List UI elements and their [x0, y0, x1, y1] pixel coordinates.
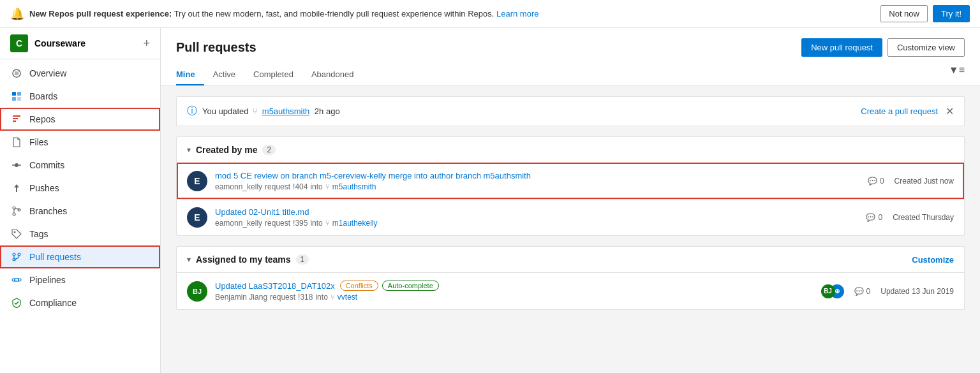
pr-item-1[interactable]: E mod 5 CE review on branch m5-cereview-…	[177, 163, 964, 199]
branch-icon-3: ⑂	[330, 293, 335, 302]
sidebar-item-label: Repos	[29, 114, 55, 124]
section-title-row-assigned: ▾ Assigned to my teams 1	[187, 254, 309, 265]
sidebar-nav: Overview Boards Repos F	[0, 59, 160, 317]
project-initial: C	[16, 38, 22, 48]
branch-icon-1: ⑂	[325, 182, 330, 191]
svg-rect-18	[15, 279, 19, 281]
pr-right-3: BJ ⊕ 💬 0 Updated 13 Jun 2019	[821, 284, 954, 298]
tab-abandoned[interactable]: Abandoned	[302, 64, 363, 85]
svg-point-17	[19, 279, 21, 281]
chevron-icon-assigned[interactable]: ▾	[187, 255, 191, 264]
pr-into-branch-1[interactable]: m5authsmith	[332, 182, 376, 191]
pr-actions: New pull request Customize view	[801, 38, 965, 57]
tab-mine[interactable]: Mine	[176, 64, 204, 85]
sidebar-item-compliance[interactable]: Compliance	[0, 291, 160, 314]
sidebar-item-repos[interactable]: Repos	[0, 108, 160, 131]
pr-request-id-1: !404	[293, 182, 308, 191]
branch-icon: ⑂	[253, 106, 258, 116]
notif-prefix: You updated	[202, 106, 249, 116]
page-title: Pull requests	[176, 40, 256, 55]
pr-title-row: Pull requests New pull request Customize…	[176, 38, 965, 57]
pr-right-2: 💬 0 Created Thursday	[866, 213, 954, 222]
close-notification-button[interactable]: ✕	[946, 105, 954, 117]
tab-completed[interactable]: Completed	[244, 64, 302, 85]
tab-active[interactable]: Active	[204, 64, 244, 85]
chevron-icon[interactable]: ▾	[187, 145, 191, 154]
pr-right-1: 💬 0 Created Just now	[868, 177, 954, 186]
tags-icon	[10, 228, 23, 240]
content-area: Pull requests New pull request Customize…	[161, 28, 980, 373]
svg-rect-2	[12, 92, 16, 96]
pr-author-3: Benjamin Jiang	[215, 293, 267, 302]
pr-header-bar: Pull requests New pull request Customize…	[161, 28, 980, 86]
svg-point-6	[15, 163, 19, 167]
notification-right: Create a pull request ✕	[861, 105, 954, 117]
pushes-icon	[10, 182, 23, 194]
svg-point-16	[12, 279, 15, 281]
sidebar-item-label: Branches	[29, 206, 67, 216]
avatar-2: E	[187, 207, 207, 228]
svg-point-15	[18, 253, 20, 256]
banner-learn-more[interactable]: Learn more	[496, 9, 538, 18]
section-title-created: Created by me	[196, 145, 257, 155]
sidebar-item-label: Boards	[29, 91, 57, 101]
pr-title-link-2[interactable]: Updated 02-Unit1 title.md	[215, 207, 858, 217]
pr-title-link-3[interactable]: Updated LaaS3T2018_DAT102x	[215, 281, 335, 291]
filter-icon[interactable]: ▼≡	[949, 64, 965, 85]
pr-comments-1: 💬 0	[868, 177, 884, 186]
repos-icon	[10, 113, 23, 126]
sidebar-item-label: Tags	[29, 229, 48, 239]
reviewer-avatar-1: BJ	[821, 284, 835, 298]
pr-into-branch-2[interactable]: m1authekelly	[332, 219, 378, 228]
sidebar-item-label: Pipelines	[29, 275, 66, 285]
sidebar-item-boards[interactable]: Boards	[0, 85, 160, 108]
svg-point-13	[13, 253, 15, 256]
sidebar-item-pull-requests[interactable]: Pull requests	[0, 245, 160, 268]
create-pr-link[interactable]: Create a pull request	[861, 106, 938, 116]
main-layout: C Courseware + Overview Boards	[0, 28, 980, 373]
pr-info-1: mod 5 CE review on branch m5-cereview-ke…	[215, 171, 860, 191]
pr-item-3[interactable]: BJ Updated LaaS3T2018_DAT102x Conflicts …	[177, 272, 964, 309]
avatar-3: BJ	[187, 281, 207, 302]
pr-into-branch-3[interactable]: vvtest	[338, 293, 357, 302]
sidebar-item-tags[interactable]: Tags	[0, 223, 160, 245]
overview-icon	[10, 67, 23, 80]
sidebar-item-commits[interactable]: Commits	[0, 154, 160, 177]
pr-meta-1: eamonn_kelly request !404 into ⑂ m5auths…	[215, 182, 860, 191]
pr-comments-3: 💬 0	[854, 287, 871, 296]
pr-item-2[interactable]: E Updated 02-Unit1 title.md eamonn_kelly…	[177, 199, 964, 235]
section-title-assigned: Assigned to my teams	[196, 254, 291, 265]
sidebar-item-overview[interactable]: Overview	[0, 62, 160, 85]
banner-body: Try out the new modern, fast, and mobile…	[174, 9, 494, 18]
pipelines-icon	[10, 274, 23, 286]
badge-conflicts: Conflicts	[340, 281, 378, 291]
avatar-1: E	[187, 171, 207, 191]
pr-content: ⓘ You updated ⑂ m5authsmith 2h ago Creat…	[161, 86, 980, 330]
customize-view-button[interactable]: Customize view	[887, 38, 965, 57]
notification-left: ⓘ You updated ⑂ m5authsmith 2h ago	[187, 105, 340, 118]
created-by-me-section: ▾ Created by me 2 E mod 5 CE review on b…	[176, 136, 965, 236]
pr-author-2: eamonn_kelly	[215, 219, 262, 228]
try-it-button[interactable]: Try it!	[933, 5, 970, 22]
banner-text: New Repos pull request experience: Try o…	[29, 9, 875, 18]
sidebar-item-label: Pushes	[29, 183, 59, 193]
pr-title-link-1[interactable]: mod 5 CE review on branch m5-cereview-ke…	[215, 171, 860, 180]
sidebar-item-branches[interactable]: Branches	[0, 200, 160, 223]
branch-icon-2: ⑂	[325, 219, 330, 228]
sidebar-item-pipelines[interactable]: Pipelines	[0, 268, 160, 291]
badge-autocomplete: Auto-complete	[382, 281, 439, 291]
customize-link[interactable]: Customize	[912, 255, 954, 265]
comment-icon-2: 💬	[866, 213, 875, 222]
compliance-icon	[10, 296, 23, 309]
new-pull-request-button[interactable]: New pull request	[801, 38, 882, 57]
add-button[interactable]: +	[143, 37, 150, 50]
not-now-button[interactable]: Not now	[880, 5, 928, 22]
comment-count-3: 0	[866, 287, 871, 296]
svg-point-12	[14, 231, 16, 233]
pr-request-id-2: !395	[293, 219, 308, 228]
sidebar-item-pushes[interactable]: Pushes	[0, 177, 160, 200]
notif-username[interactable]: m5authsmith	[262, 106, 309, 116]
sidebar-item-files[interactable]: Files	[0, 131, 160, 154]
banner-prefix: New Repos pull request experience:	[29, 9, 172, 18]
notification-bar: ⓘ You updated ⑂ m5authsmith 2h ago Creat…	[176, 96, 965, 126]
